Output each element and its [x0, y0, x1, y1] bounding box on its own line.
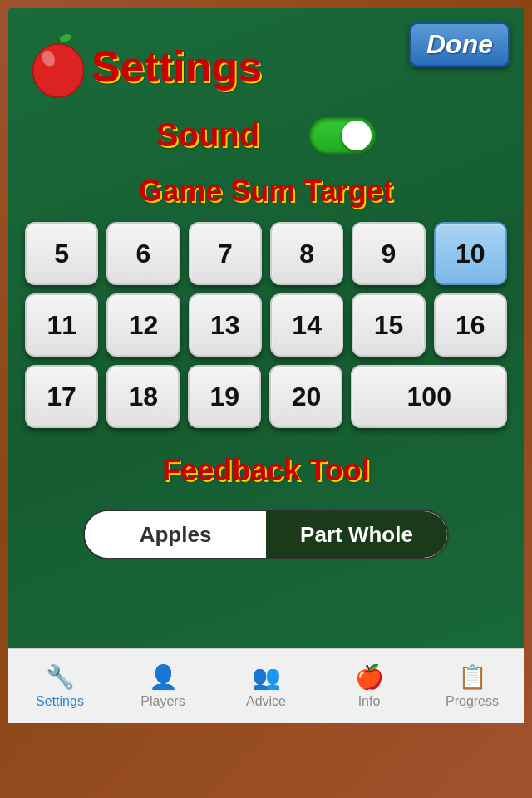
number-row-1: 5 6 7 8 9 10	[25, 222, 507, 285]
num-btn-9[interactable]: 9	[352, 222, 425, 285]
page-title: Settings	[91, 42, 262, 91]
toggle-knob	[342, 121, 372, 150]
num-btn-16[interactable]: 16	[434, 293, 507, 357]
tab-bar: 🔧 Settings 👤 Players 👥 Advice 🍎 Info 📋 P…	[8, 648, 524, 723]
feedback-section: Feedback Tool Apples Part Whole	[25, 453, 507, 559]
seg-apples[interactable]: Apples	[85, 511, 266, 558]
seg-part-whole[interactable]: Part Whole	[266, 511, 447, 558]
num-btn-8[interactable]: 8	[270, 222, 343, 285]
feedback-tool-label: Feedback Tool	[162, 453, 369, 488]
info-tab-icon: 🍎	[355, 663, 384, 691]
advice-tab-icon: 👥	[252, 663, 281, 691]
progress-tab-icon: 📋	[458, 663, 487, 691]
tab-advice[interactable]: 👥 Advice	[214, 649, 318, 723]
feedback-segmented-control: Apples Part Whole	[83, 510, 449, 559]
apple-icon	[25, 33, 91, 100]
sound-toggle[interactable]	[309, 117, 376, 154]
main-area: Done Settings Sound Game Sum	[8, 8, 524, 723]
sound-row: Sound	[25, 116, 507, 154]
num-btn-15[interactable]: 15	[352, 293, 425, 357]
sound-label: Sound	[156, 116, 259, 154]
players-tab-label: Players	[140, 694, 185, 709]
wood-border: Done Settings Sound Game Sum	[0, 0, 532, 798]
number-row-2: 11 12 13 14 15 16	[25, 293, 507, 357]
num-btn-17[interactable]: 17	[25, 365, 98, 428]
advice-tab-label: Advice	[246, 694, 286, 709]
players-tab-icon: 👤	[149, 663, 178, 691]
game-sum-target-label: Game Sum Target	[139, 174, 392, 209]
tab-settings[interactable]: 🔧 Settings	[8, 649, 111, 723]
settings-tab-icon: 🔧	[46, 663, 75, 691]
num-btn-19[interactable]: 19	[188, 365, 261, 428]
num-btn-12[interactable]: 12	[106, 293, 180, 357]
num-btn-5[interactable]: 5	[25, 222, 98, 285]
done-button[interactable]: Done	[409, 22, 510, 67]
tab-players[interactable]: 👤 Players	[111, 649, 214, 723]
settings-tab-label: Settings	[36, 694, 84, 709]
num-btn-18[interactable]: 18	[106, 365, 180, 428]
num-btn-10[interactable]: 10	[434, 222, 507, 285]
num-btn-100[interactable]: 100	[351, 365, 507, 428]
tab-info[interactable]: 🍎 Info	[318, 649, 421, 723]
number-grid: 5 6 7 8 9 10 11 12 13 14 15 16 17 18 19	[25, 222, 507, 428]
tab-progress[interactable]: 📋 Progress	[421, 649, 524, 723]
header-row: Settings	[25, 33, 262, 100]
progress-tab-label: Progress	[446, 694, 499, 709]
number-row-3: 17 18 19 20 100	[25, 365, 507, 428]
info-tab-label: Info	[358, 694, 381, 709]
num-btn-6[interactable]: 6	[106, 222, 180, 285]
num-btn-20[interactable]: 20	[269, 365, 342, 428]
num-btn-7[interactable]: 7	[189, 222, 262, 285]
num-btn-13[interactable]: 13	[189, 293, 262, 357]
num-btn-14[interactable]: 14	[270, 293, 343, 357]
num-btn-11[interactable]: 11	[25, 293, 98, 357]
